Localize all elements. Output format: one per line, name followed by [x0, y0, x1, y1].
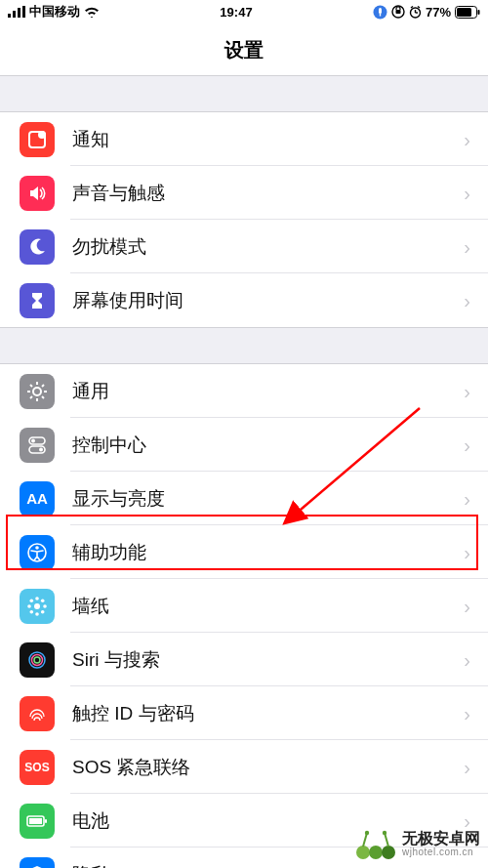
chevron-right-icon: › [464, 863, 470, 868]
battery-status-icon [455, 6, 480, 19]
svg-point-40 [41, 609, 45, 613]
chevron-right-icon: › [464, 128, 470, 150]
row-label: 通知 [72, 127, 109, 152]
row-label: Siri 与搜索 [72, 647, 160, 673]
accessibility-icon [20, 535, 55, 570]
svg-point-56 [383, 831, 386, 835]
settings-screen: 中国移动 19:47 77% 设置 [0, 0, 488, 868]
row-dnd[interactable]: 勿扰模式 › [0, 220, 488, 273]
chevron-right-icon: › [464, 702, 470, 724]
svg-rect-16 [478, 10, 480, 15]
svg-rect-1 [13, 11, 16, 18]
section-gap [0, 328, 488, 363]
status-time: 19:47 [220, 5, 252, 20]
row-label: 辅助功能 [72, 540, 146, 565]
orientation-lock-icon [391, 5, 405, 19]
alarm-icon [409, 6, 422, 19]
row-sos[interactable]: SOS SOS 紧急联络 › [0, 740, 488, 794]
sos-icon: SOS [20, 750, 55, 785]
svg-rect-8 [395, 10, 400, 14]
row-control-center[interactable]: 控制中心 › [0, 418, 488, 472]
voice-icon [373, 5, 387, 20]
settings-group-2: 通用 › 控制中心 › AA 显示与亮度 › 辅助功能 › 墙纸 [0, 363, 488, 868]
section-gap [0, 76, 488, 111]
chevron-right-icon: › [464, 182, 470, 204]
row-notifications[interactable]: 通知 › [0, 112, 488, 166]
row-accessibility[interactable]: 辅助功能 › [0, 525, 488, 579]
svg-point-18 [38, 131, 46, 139]
row-label: SOS 紧急联络 [72, 755, 190, 780]
svg-rect-2 [18, 8, 20, 18]
svg-line-24 [30, 385, 32, 387]
row-label: 声音与触感 [72, 181, 165, 206]
status-left: 中国移动 [8, 3, 100, 21]
chevron-right-icon: › [464, 487, 470, 510]
page-title: 设置 [224, 39, 264, 61]
signal-icon [8, 6, 25, 18]
siri-icon [20, 642, 55, 678]
svg-point-19 [33, 388, 41, 395]
svg-rect-0 [8, 14, 11, 18]
svg-line-12 [411, 6, 413, 8]
status-right: 77% [373, 5, 480, 20]
wifi-icon [84, 6, 100, 18]
svg-point-51 [369, 846, 383, 859]
svg-point-39 [30, 599, 34, 602]
svg-point-52 [382, 846, 395, 859]
svg-point-45 [34, 657, 40, 663]
svg-rect-6 [380, 14, 381, 17]
row-label: 勿扰模式 [72, 234, 146, 260]
watermark: 无极安卓网 wjhotel.com.cn [355, 827, 480, 860]
svg-rect-47 [29, 818, 42, 824]
display-icon: AA [20, 481, 55, 517]
status-bar: 中国移动 19:47 77% [0, 0, 488, 23]
chevron-right-icon: › [464, 595, 470, 617]
svg-rect-15 [457, 8, 471, 17]
svg-line-26 [30, 396, 32, 398]
svg-rect-5 [379, 8, 382, 14]
battery-pct: 77% [426, 5, 451, 20]
chevron-right-icon: › [464, 289, 470, 311]
svg-point-41 [30, 609, 34, 613]
carrier-label: 中国移动 [29, 3, 80, 21]
svg-point-33 [35, 546, 39, 550]
row-touchid[interactable]: 触控 ID 与密码 › [0, 686, 488, 740]
dnd-icon [20, 229, 55, 265]
control-center-icon [20, 428, 55, 463]
row-wallpaper[interactable]: 墙纸 › [0, 579, 488, 633]
svg-point-29 [31, 438, 35, 442]
svg-rect-48 [45, 819, 47, 823]
row-screentime[interactable]: 屏幕使用时间 › [0, 273, 488, 327]
svg-point-42 [41, 599, 45, 602]
svg-point-37 [27, 604, 31, 608]
svg-point-50 [356, 846, 370, 859]
chevron-right-icon: › [464, 541, 470, 563]
svg-point-34 [34, 603, 40, 609]
chevron-right-icon: › [464, 380, 470, 402]
row-label: 通用 [72, 379, 109, 404]
row-label: 控制中心 [72, 433, 146, 458]
row-general[interactable]: 通用 › [0, 364, 488, 418]
row-label: 触控 ID 与密码 [72, 701, 194, 726]
general-icon [20, 374, 55, 409]
watermark-logo-icon [355, 827, 396, 860]
chevron-right-icon: › [464, 756, 470, 778]
svg-point-55 [365, 831, 369, 835]
chevron-right-icon: › [464, 648, 470, 671]
battery-icon [20, 804, 55, 839]
row-label: 电池 [72, 808, 109, 834]
settings-group-1: 通知 › 声音与触感 › 勿扰模式 › 屏幕使用时间 › [0, 111, 488, 328]
row-sounds[interactable]: 声音与触感 › [0, 166, 488, 220]
row-siri[interactable]: Siri 与搜索 › [0, 633, 488, 686]
row-display[interactable]: AA 显示与亮度 › [0, 472, 488, 525]
screentime-icon [20, 283, 55, 318]
privacy-icon [20, 857, 55, 869]
svg-line-13 [418, 6, 420, 8]
chevron-right-icon: › [464, 434, 470, 456]
row-label: 屏幕使用时间 [72, 288, 183, 313]
svg-line-27 [42, 385, 44, 387]
wallpaper-icon [20, 589, 55, 624]
svg-point-31 [39, 447, 43, 451]
notification-icon [20, 122, 55, 157]
settings-header: 设置 [0, 23, 488, 76]
